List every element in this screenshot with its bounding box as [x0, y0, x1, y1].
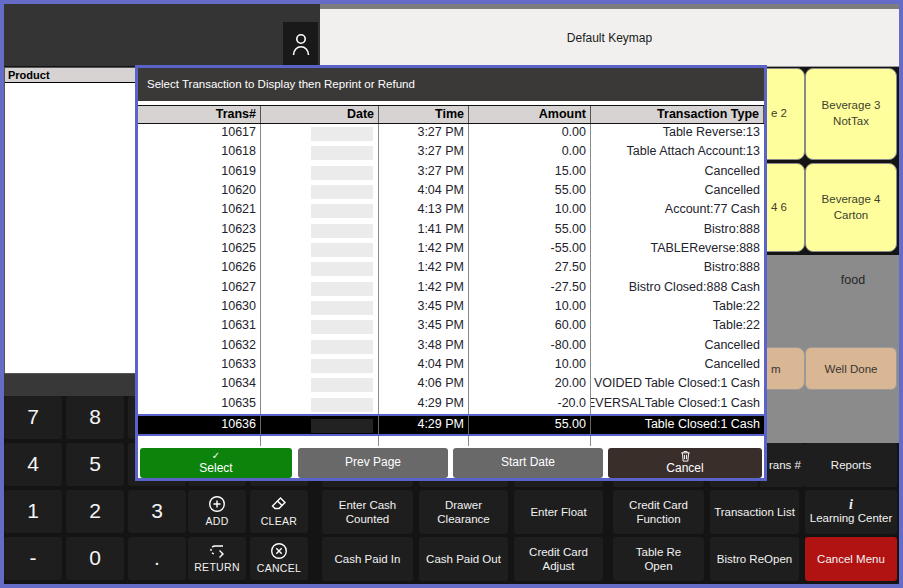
date-redacted-block — [311, 359, 373, 373]
cell-trans: 10623 — [138, 221, 261, 240]
cell-type-flag — [593, 241, 594, 259]
table-row[interactable]: 10617 3:27 PM 0.00 Table Reverse:13 — [138, 124, 764, 143]
cell-date — [261, 375, 379, 394]
cancel-menu-button[interactable]: Cancel Menu — [805, 537, 897, 581]
beverage-3-nottax-button[interactable]: Beverage 3 NotTax — [805, 68, 897, 160]
table-row[interactable]: 10621 4:13 PM 10.00 Account:77 Cash — [138, 201, 764, 220]
clear-button[interactable]: CLEAR — [250, 490, 308, 533]
drawer-clearance-button[interactable]: Drawer Clearance — [419, 490, 508, 534]
table-row[interactable]: 10633 4:04 PM 10.00 Cancelled — [138, 356, 764, 375]
cell-type-flag — [593, 144, 594, 162]
cell-time: 3:45 PM — [379, 317, 469, 336]
cell-type: Cancelled — [591, 356, 764, 375]
cell-amount: 10.00 — [469, 201, 591, 220]
key-dot[interactable]: . — [128, 537, 186, 580]
prev-page-button[interactable]: Prev Page — [298, 448, 448, 478]
cell-type-flag — [593, 338, 594, 356]
learning-center-button[interactable]: i Learning Center — [805, 490, 897, 534]
table-row[interactable]: 10636 4:29 PM 55.00 Table Closed:1 Cash — [138, 414, 764, 436]
table-row[interactable]: 10632 3:48 PM -80.00 Cancelled — [138, 337, 764, 356]
date-redacted-block — [311, 146, 373, 160]
cell-type: Account:77 Cash — [591, 201, 764, 220]
key-3[interactable]: 3 — [128, 490, 186, 533]
key-1[interactable]: 1 — [4, 490, 62, 533]
circle-plus-icon — [208, 495, 226, 513]
cell-time: 4:04 PM — [379, 182, 469, 201]
transaction-list-button[interactable]: Transaction List — [710, 490, 799, 534]
col-header-type: Transaction Type — [591, 106, 764, 123]
beverage-4-carton-button[interactable]: Beverage 4 Carton — [805, 163, 897, 252]
credit-card-function-button[interactable]: Credit Card Function — [613, 490, 704, 534]
table-row[interactable]: 10625 1:42 PM -55.00 TABLEReverse:888 — [138, 240, 764, 259]
cell-amount: 55.00 — [469, 182, 591, 201]
cancel-button[interactable]: CANCEL — [250, 537, 308, 580]
table-row[interactable]: 10618 3:27 PM 0.00 Table Attach Account:… — [138, 143, 764, 162]
cell-type-flag — [593, 125, 594, 143]
date-redacted-block — [311, 378, 373, 392]
key-0[interactable]: 0 — [66, 537, 124, 580]
enter-cash-counted-button[interactable]: Enter Cash Counted — [322, 490, 413, 534]
select-button[interactable]: ✓ Select — [140, 448, 292, 478]
cell-time: 4:04 PM — [379, 356, 469, 375]
reports-button[interactable]: Reports — [805, 443, 897, 487]
start-date-button[interactable]: Start Date — [453, 448, 603, 478]
table-row[interactable]: 10631 3:45 PM 60.00 Table:22 — [138, 317, 764, 336]
well-done-button[interactable]: Well Done — [805, 347, 897, 390]
key-minus[interactable]: - — [4, 537, 62, 580]
table-row[interactable]: 10635 4:29 PM -20.0 REVERSALTable Closed… — [138, 395, 764, 414]
table-row[interactable]: 10623 1:41 PM 55.00 Bistro:888 — [138, 221, 764, 240]
date-redacted-block — [311, 166, 373, 180]
dialog-title: Select Transaction to Display then Repri… — [138, 68, 764, 101]
cell-type: Cancelled — [591, 163, 764, 182]
product-list-panel: Product — [4, 67, 137, 374]
bistro-reopen-button[interactable]: Bistro ReOpen — [710, 537, 799, 581]
keymap-bar[interactable]: Default Keymap — [320, 9, 899, 67]
cash-paid-out-button[interactable]: Cash Paid Out — [419, 537, 508, 581]
table-row[interactable]: 10630 3:45 PM 10.00 Table:22 — [138, 298, 764, 317]
date-redacted-block — [311, 282, 373, 296]
cell-date — [261, 279, 379, 298]
cash-paid-in-button[interactable]: Cash Paid In — [322, 537, 413, 581]
table-row[interactable]: 10620 4:04 PM 55.00 Cancelled — [138, 182, 764, 201]
cell-time: 4:29 PM — [379, 395, 469, 414]
table-row[interactable]: 10626 1:42 PM 27.50 Bistro:888 — [138, 259, 764, 278]
cell-type-flag — [593, 437, 594, 446]
key-7[interactable]: 7 — [4, 396, 62, 439]
table-row[interactable]: 10619 3:27 PM 15.00 Cancelled — [138, 163, 764, 182]
key-2[interactable]: 2 — [66, 490, 124, 533]
table-reopen-button[interactable]: Table Re Open — [613, 537, 704, 581]
key-4[interactable]: 4 — [4, 443, 62, 486]
cell-date — [261, 182, 379, 201]
cell-amount: 10.00 — [469, 356, 591, 375]
top-header-panel — [4, 4, 320, 66]
date-redacted-block — [311, 185, 373, 199]
transactions-dialog: Select Transaction to Display then Repri… — [135, 65, 767, 481]
cell-amount: 27.50 — [469, 259, 591, 278]
pos-window: Default Keymap Product 7 8 4 5 1 2 3 - 0… — [0, 0, 903, 588]
cell-time — [379, 436, 469, 446]
cell-amount: -20.0 — [469, 395, 591, 414]
cell-time: 3:48 PM — [379, 337, 469, 356]
enter-float-button[interactable]: Enter Float — [514, 490, 603, 534]
table-row-empty[interactable] — [138, 436, 764, 446]
cell-date — [261, 201, 379, 220]
cell-type: Table:22 — [591, 298, 764, 317]
cell-date — [261, 163, 379, 182]
cell-amount: 15.00 — [469, 163, 591, 182]
cell-trans: 10617 — [138, 124, 261, 143]
cell-type-flag — [593, 260, 594, 278]
add-button[interactable]: ADD — [188, 490, 246, 533]
table-row[interactable]: 10627 1:42 PM -27.50 Bistro Closed:888 C… — [138, 279, 764, 298]
key-5[interactable]: 5 — [66, 443, 124, 486]
cell-time: 3:45 PM — [379, 298, 469, 317]
cell-amount: -27.50 — [469, 279, 591, 298]
cell-type: REVERSALTable Closed:1 Cash — [591, 395, 764, 414]
person-icon — [290, 31, 312, 57]
key-8[interactable]: 8 — [66, 396, 124, 439]
product-panel-footer — [4, 374, 137, 396]
table-row[interactable]: 10634 4:06 PM 20.00 VOIDEDTable Closed:1… — [138, 375, 764, 394]
credit-card-adjust-button[interactable]: Credit Card Adjust — [514, 537, 603, 581]
dialog-cancel-button[interactable]: Cancel — [608, 448, 762, 478]
user-account-button[interactable] — [283, 22, 318, 65]
return-button[interactable]: RETURN — [188, 537, 246, 580]
